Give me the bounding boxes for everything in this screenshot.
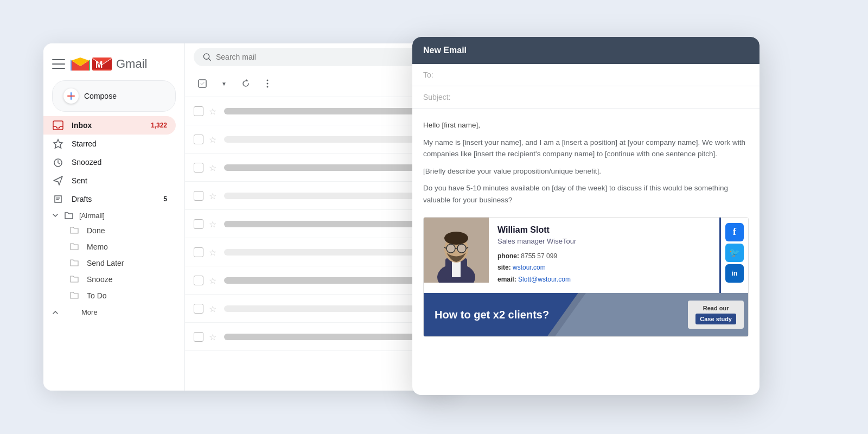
hamburger-icon[interactable]	[52, 59, 65, 69]
email-body-line1: My name is [insert your name], and I am …	[423, 137, 749, 160]
linkedin-button[interactable]: in	[725, 264, 744, 283]
sidebar-item-todo[interactable]: To Do	[43, 288, 184, 304]
linkedin-icon: in	[732, 270, 738, 277]
done-label: Done	[87, 226, 105, 235]
star-button[interactable]: ☆	[209, 219, 219, 229]
gmail-window: M Gmail Compose	[43, 43, 456, 391]
banner-cta-top: Read our	[695, 305, 736, 311]
sidebar-item-starred[interactable]: Starred	[43, 135, 176, 153]
new-email-window: New Email To: Subject: Hello [first name…	[412, 37, 760, 395]
star-button[interactable]: ☆	[209, 135, 219, 144]
signature-top: William Slott Sales manager WiseTour pho…	[424, 218, 748, 293]
site-link[interactable]: wstour.com	[513, 264, 546, 271]
email-checkbox[interactable]	[194, 191, 203, 201]
phone-value: 8755 57 099	[521, 252, 557, 260]
sidebar-item-inbox[interactable]: Inbox 1,322	[43, 116, 176, 135]
star-button[interactable]: ☆	[209, 191, 219, 201]
to-field[interactable]: To:	[412, 64, 760, 86]
sidebar-item-memo[interactable]: Memo	[43, 239, 184, 255]
svg-point-8	[203, 54, 209, 59]
sidebar-item-send-later[interactable]: Send Later	[43, 255, 184, 271]
compose-button[interactable]: Compose	[52, 80, 176, 112]
star-button[interactable]: ☆	[209, 247, 219, 257]
snooze-sub-label: Snooze	[87, 275, 112, 284]
banner-cta[interactable]: Read our Case study	[688, 301, 744, 329]
subject-label: Subject:	[423, 93, 451, 101]
new-email-header: New Email	[412, 37, 760, 64]
search-icon	[202, 52, 212, 62]
banner-main-text: How to get x2 clients?	[435, 308, 673, 321]
email-body-line2: [Briefly describe your value proposition…	[423, 165, 749, 177]
signature-title: Sales manager WiseTour	[497, 237, 711, 245]
signature-info: William Slott Sales manager WiseTour pho…	[489, 218, 721, 293]
email-label: email:	[497, 276, 516, 283]
search-input[interactable]	[216, 53, 438, 61]
sidebar-header: M Gmail	[43, 52, 184, 80]
to-label: To:	[423, 71, 433, 79]
sidebar-item-sent[interactable]: Sent	[43, 171, 176, 190]
facebook-icon: f	[733, 226, 736, 238]
email-checkbox[interactable]	[194, 106, 203, 116]
sidebar-item-snooze[interactable]: Snooze	[43, 271, 184, 288]
inbox-label: Inbox	[72, 121, 92, 130]
email-greeting: Hello [first name],	[423, 119, 749, 131]
twitter-icon: 🐦	[729, 247, 740, 258]
email-checkbox[interactable]	[194, 247, 203, 257]
draft-icon	[52, 193, 64, 205]
send-icon	[52, 175, 64, 187]
email-checkbox[interactable]	[194, 219, 203, 229]
email-checkbox[interactable]	[194, 332, 203, 342]
subfolder-icon-sendlater	[69, 258, 80, 269]
search-bar[interactable]	[194, 48, 447, 66]
star-button[interactable]: ☆	[209, 304, 219, 314]
subject-field[interactable]: Subject:	[412, 86, 760, 108]
drafts-label: Drafts	[72, 195, 92, 203]
inbox-icon	[52, 119, 64, 131]
star-button[interactable]: ☆	[209, 163, 219, 173]
refresh-button[interactable]	[237, 75, 254, 92]
more-options-button[interactable]	[259, 75, 276, 92]
email-checkbox[interactable]	[194, 276, 203, 285]
twitter-button[interactable]: 🐦	[725, 244, 744, 262]
todo-label: To Do	[87, 291, 107, 300]
star-button[interactable]: ☆	[209, 276, 219, 285]
chevron-down-icon	[52, 212, 59, 219]
star-button[interactable]: ☆	[209, 106, 219, 116]
memo-label: Memo	[87, 242, 108, 251]
email-checkbox[interactable]	[194, 304, 203, 314]
email-body: Hello [first name], My name is [insert y…	[412, 108, 760, 395]
send-later-label: Send Later	[87, 259, 124, 267]
snooze-icon	[52, 156, 64, 168]
sidebar-item-done[interactable]: Done	[43, 222, 184, 239]
airmail-section[interactable]: [Airmail]	[43, 208, 184, 222]
more-label: More	[81, 308, 98, 316]
signature-banner[interactable]: How to get x2 clients? Read our Case stu…	[424, 293, 748, 336]
email-checkbox[interactable]	[194, 163, 203, 173]
sidebar-item-snoozed[interactable]: Snoozed	[43, 153, 176, 171]
star-button[interactable]: ☆	[209, 332, 219, 342]
svg-marker-6	[54, 139, 62, 148]
gmail-sidebar: M Gmail Compose	[43, 43, 184, 391]
signature-photo	[424, 218, 489, 283]
snoozed-label: Snoozed	[72, 158, 101, 167]
new-email-title: New Email	[423, 46, 467, 55]
more-section[interactable]: More	[43, 306, 184, 318]
dropdown-arrow[interactable]: ▼	[215, 75, 233, 92]
phone-label: phone:	[497, 252, 519, 260]
svg-text:M: M	[95, 60, 103, 69]
site-line: site: wstour.com	[497, 262, 711, 274]
svg-point-19	[446, 244, 455, 253]
svg-point-12	[267, 86, 269, 88]
banner-cta-bottom: Case study	[695, 314, 736, 324]
facebook-button[interactable]: f	[725, 223, 744, 241]
subfolder-icon-snooze	[69, 274, 80, 285]
subfolder-icon-done	[69, 225, 80, 236]
signature-contact: phone: 8755 57 099 site: wstour.com emai…	[497, 251, 711, 286]
airmail-label: [Airmail]	[79, 212, 105, 220]
email-link[interactable]: Slott@wstour.com	[518, 276, 571, 283]
select-all-checkbox[interactable]	[194, 75, 211, 92]
chevron-up-icon	[52, 309, 59, 316]
email-checkbox[interactable]	[194, 135, 203, 144]
sidebar-item-drafts[interactable]: Drafts 5	[43, 190, 176, 208]
phone-line: phone: 8755 57 099	[497, 251, 711, 263]
